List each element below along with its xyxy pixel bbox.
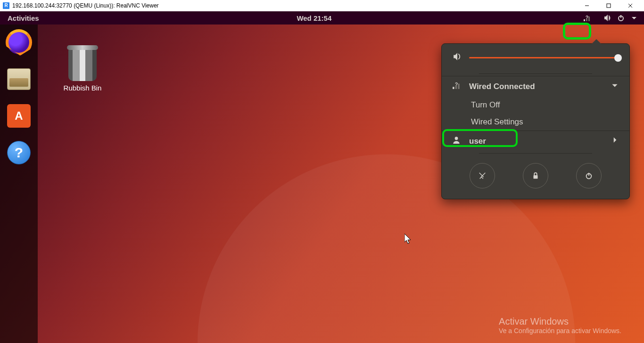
volume-icon[interactable] — [603, 12, 613, 24]
svg-rect-16 — [458, 84, 459, 89]
host-maximize-button[interactable] — [598, 0, 619, 11]
dock-app-help[interactable]: ? — [7, 140, 31, 165]
clock-label: Wed 21:54 — [297, 14, 331, 22]
help-icon: ? — [7, 141, 31, 164]
network-turn-off[interactable]: Turn Off — [442, 97, 629, 114]
host-minimize-button[interactable] — [576, 0, 598, 11]
host-window-titlebar: R 192.168.100.244:32770 (QEMU (Linux)): … — [0, 0, 644, 11]
svg-rect-7 — [588, 16, 590, 21]
user-section-toggle[interactable]: user — [442, 131, 629, 151]
host-window-title: 192.168.100.244:32770 (QEMU (Linux)): Re… — [12, 2, 159, 9]
power-icon[interactable] — [616, 12, 626, 24]
network-status-icon[interactable]: ? — [582, 12, 592, 24]
realvnc-logo-icon: R — [3, 2, 9, 9]
chevron-down-icon — [611, 81, 619, 92]
system-tray[interactable]: ? — [582, 11, 644, 24]
svg-marker-25 — [405, 234, 411, 244]
watermark-line2: Ve a Configuración para activar Windows. — [499, 327, 621, 335]
dock-app-files[interactable] — [7, 67, 31, 91]
mouse-cursor-icon — [405, 234, 412, 245]
windows-activation-watermark: Activar Windows Ve a Configuración para … — [499, 316, 621, 335]
action-buttons-row — [442, 155, 629, 199]
chevron-down-icon[interactable] — [629, 12, 639, 24]
network-wired-settings[interactable]: Wired Settings — [442, 114, 629, 131]
volume-slider[interactable] — [469, 57, 618, 58]
user-icon — [452, 136, 461, 147]
svg-point-18 — [455, 137, 458, 140]
clock-button[interactable]: Wed 21:54 — [47, 11, 582, 24]
annotation-highlight-tray — [563, 23, 591, 40]
software-center-icon: A — [7, 104, 31, 128]
firefox-icon — [7, 31, 31, 54]
lock-button[interactable] — [523, 163, 548, 188]
trash-label: Rubbish Bin — [59, 84, 106, 92]
svg-rect-15 — [455, 85, 457, 89]
network-section-toggle[interactable]: ? Wired Connected — [442, 76, 629, 97]
dock-app-firefox[interactable] — [7, 30, 31, 55]
settings-button[interactable] — [470, 163, 495, 188]
user-name-label: user — [469, 137, 602, 146]
svg-marker-19 — [614, 137, 617, 142]
svg-rect-1 — [607, 4, 611, 8]
chevron-right-icon — [611, 136, 619, 147]
trash-icon — [68, 48, 97, 81]
network-turn-off-label: Turn Off — [471, 100, 500, 110]
system-status-menu: ? Wired Connected Turn Off Wired Setting… — [441, 43, 630, 199]
svg-marker-11 — [632, 17, 636, 19]
volume-row — [442, 44, 629, 72]
svg-marker-17 — [612, 84, 617, 87]
wired-network-icon: ? — [452, 81, 461, 92]
watermark-line1: Activar Windows — [499, 316, 621, 327]
archive-manager-icon — [7, 68, 31, 90]
network-wired-settings-label: Wired Settings — [471, 117, 523, 127]
host-close-button[interactable] — [619, 0, 641, 11]
svg-rect-22 — [533, 175, 537, 179]
svg-marker-8 — [604, 15, 608, 21]
svg-rect-5 — [584, 19, 585, 21]
svg-marker-12 — [454, 53, 457, 60]
dock-app-software[interactable]: A — [7, 104, 31, 128]
network-title: Wired Connected — [469, 82, 602, 91]
speaker-icon — [453, 52, 462, 63]
svg-rect-14 — [453, 87, 454, 89]
ubuntu-desktop: Activities Wed 21:54 ? A ? Rubb — [0, 11, 644, 343]
power-button[interactable] — [576, 163, 602, 188]
svg-rect-6 — [586, 18, 587, 21]
desktop-icon-trash[interactable]: Rubbish Bin — [59, 48, 106, 92]
gnome-top-bar: Activities Wed 21:54 ? — [0, 11, 644, 24]
activities-button[interactable]: Activities — [0, 11, 47, 24]
ubuntu-dock: A ? — [0, 24, 38, 343]
activities-label: Activities — [8, 14, 39, 22]
